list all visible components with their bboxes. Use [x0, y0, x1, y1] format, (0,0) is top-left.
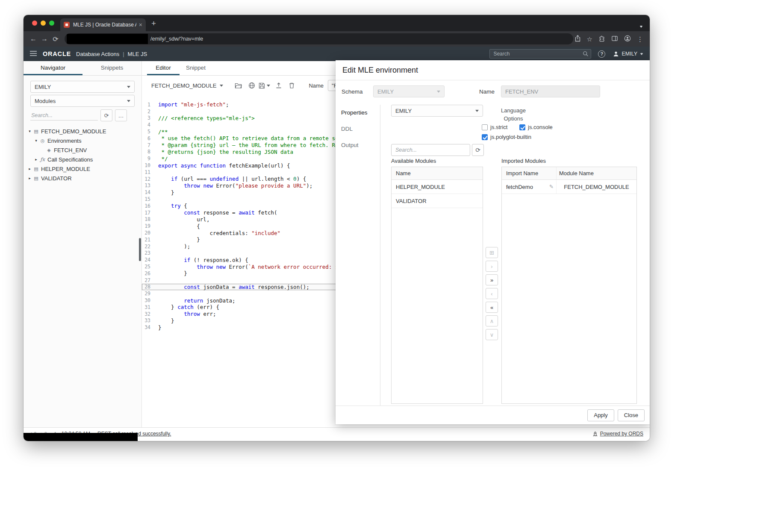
product-name[interactable]: Database Actions — [76, 51, 119, 57]
tree-item[interactable]: ◈FETCH_ENV — [24, 145, 141, 155]
module-name-column[interactable]: Module Name — [556, 167, 636, 179]
tree-item[interactable]: ▾▤FETCH_DEMO_MODULE — [24, 126, 141, 136]
chevron-down-icon — [127, 100, 130, 102]
tab-search-button[interactable] — [639, 22, 643, 29]
tree-item[interactable]: ▸ƒxCall Specifications — [24, 155, 141, 164]
environment-schema-select[interactable]: EMILY — [391, 105, 483, 117]
name-field-label: Name — [309, 82, 324, 89]
dialog-schema-select[interactable]: EMILY — [373, 85, 445, 97]
back-button[interactable]: ← — [28, 35, 39, 43]
environment-schema-value: EMILY — [395, 108, 412, 114]
dialog-schema-value: EMILY — [377, 88, 394, 95]
person-icon — [613, 51, 619, 57]
user-name: EMILY — [622, 51, 637, 57]
language-option[interactable]: js.strict — [482, 124, 507, 130]
close-button[interactable]: Close — [618, 409, 645, 421]
tab-ddl[interactable]: DDL — [336, 121, 380, 137]
more-actions-button[interactable]: … — [115, 109, 127, 121]
modules-refresh-button[interactable]: ⟳ — [472, 144, 484, 156]
move-all-right-button[interactable]: » — [486, 274, 498, 285]
available-modules-header[interactable]: Name — [392, 167, 483, 180]
language-option[interactable]: js.console — [519, 124, 553, 130]
open-file-button[interactable] — [232, 82, 245, 89]
zoom-window-button[interactable] — [49, 21, 54, 26]
hamburger-menu-button[interactable] — [30, 51, 37, 57]
tree-expand-arrow[interactable]: ▸ — [27, 176, 32, 180]
move-left-button[interactable]: ‹ — [486, 288, 498, 299]
line-number: 1 — [142, 102, 158, 108]
line-number: 31 — [142, 304, 158, 310]
apply-button[interactable]: Apply — [587, 409, 614, 421]
line-number: 9 — [142, 156, 158, 162]
profile-button[interactable] — [624, 35, 631, 43]
sidebar-scrollbar[interactable] — [139, 238, 141, 261]
bookmark-button[interactable]: ☆ — [587, 36, 592, 42]
help-button[interactable]: ? — [598, 50, 605, 58]
puzzle-icon — [598, 35, 605, 42]
line-number: 32 — [142, 311, 158, 317]
tab-output[interactable]: Output — [336, 137, 380, 153]
option-label: js.strict — [490, 124, 507, 130]
option-label: js.polyglot-builtin — [490, 134, 531, 140]
powered-by-ords-link[interactable]: Powered by ORDS — [592, 431, 643, 437]
profile-icon — [624, 35, 631, 42]
sidebar-search-row: ⟳ … — [30, 109, 135, 121]
extensions-button[interactable] — [598, 35, 605, 43]
sidebar-search-input[interactable] — [30, 111, 98, 121]
share-button[interactable] — [574, 35, 581, 43]
tab-editor[interactable]: Editor — [147, 61, 180, 75]
browser-menu-button[interactable]: ⋮ — [637, 36, 643, 42]
close-window-button[interactable] — [32, 21, 37, 26]
checkbox-icon[interactable] — [482, 124, 488, 130]
upload-button[interactable] — [272, 82, 285, 89]
tab-snippets[interactable]: Snippets — [82, 61, 141, 75]
environment-name-input[interactable] — [501, 85, 600, 97]
tree-item[interactable]: ▸▤VALIDATOR — [24, 173, 141, 183]
web-export-button[interactable] — [245, 82, 258, 89]
tab-navigator[interactable]: Navigator — [24, 61, 82, 75]
available-module-row[interactable]: HELPER_MODULE — [392, 180, 483, 194]
minimize-window-button[interactable] — [41, 21, 46, 26]
module-select[interactable]: FETCH_DEMO_MODULE — [151, 82, 223, 89]
tree-item[interactable]: ▾◎Environments — [24, 136, 141, 145]
address-bar[interactable]: /emily/_sdw/?nav=mle — [65, 33, 573, 44]
tree-expand-arrow[interactable]: ▸ — [33, 157, 39, 162]
save-button[interactable] — [258, 82, 265, 89]
new-tab-button[interactable]: + — [151, 19, 156, 27]
side-panel-button[interactable] — [611, 35, 618, 43]
edit-icon[interactable]: ✎ — [549, 180, 554, 194]
available-modules-title: Available Modules — [391, 158, 436, 164]
reload-button[interactable]: ⟳ — [50, 35, 61, 43]
tree-item[interactable]: ▸▤HELPER_MODULE — [24, 164, 141, 173]
tab-close-icon[interactable]: × — [139, 22, 142, 28]
import-name-column[interactable]: Import Name — [502, 167, 556, 179]
available-module-row[interactable]: VALIDATOR — [392, 194, 483, 208]
tab-properties[interactable]: Properties — [336, 105, 380, 121]
tree-expand-arrow[interactable]: ▸ — [27, 167, 32, 171]
checkbox-icon[interactable] — [482, 134, 488, 140]
tab-snippet[interactable]: Snippet — [180, 61, 212, 75]
forward-button[interactable]: → — [39, 35, 50, 43]
refresh-button[interactable]: ⟳ — [100, 109, 112, 121]
schema-select[interactable]: EMILY — [30, 81, 135, 93]
tree-expand-arrow[interactable]: ▾ — [33, 138, 39, 143]
move-all-left-button[interactable]: « — [486, 302, 498, 313]
save-options-button[interactable] — [265, 85, 272, 87]
delete-button[interactable] — [285, 82, 298, 89]
checkbox-icon[interactable] — [519, 124, 525, 130]
imported-module-row[interactable]: fetchDemo✎FETCH_DEMO_MODULE — [502, 180, 636, 194]
browser-tab[interactable]: MLE JS | Oracle Database Acti × — [60, 18, 146, 31]
modules-search-input[interactable] — [391, 144, 470, 156]
move-down-button[interactable]: ∨ — [486, 329, 498, 340]
object-type-select[interactable]: Modules — [30, 95, 135, 107]
language-option[interactable]: js.polyglot-builtin — [482, 134, 531, 140]
line-number: 24 — [142, 257, 158, 263]
move-up-button[interactable]: ∧ — [486, 315, 498, 326]
oracle-favicon-icon — [64, 22, 70, 28]
imported-modules-title: Imported Modules — [501, 158, 546, 164]
global-search-input[interactable] — [489, 49, 591, 59]
tree-expand-arrow[interactable]: ▾ — [27, 129, 32, 133]
move-right-button[interactable]: › — [486, 261, 498, 272]
transfer-options-button[interactable]: ⊞ — [486, 247, 498, 258]
user-menu[interactable]: EMILY — [613, 51, 643, 57]
